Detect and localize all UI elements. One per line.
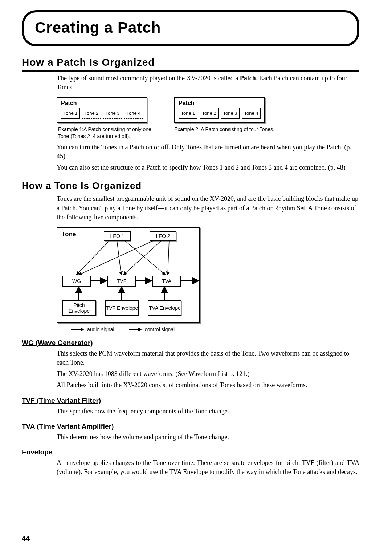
patch-box-2: Patch Tone 1 Tone 2 Tone 3 Tone 4 — [174, 97, 265, 123]
svg-line-3 — [78, 240, 155, 275]
tone-row-2: Tone 1 Tone 2 Tone 3 Tone 4 — [179, 108, 261, 119]
tvf-body: This specifies how the frequency compone… — [57, 407, 359, 416]
para-structure: You can also set the structure of a Patc… — [57, 163, 359, 172]
wg-p2: The XV-2020 has 1083 different waveforms… — [57, 369, 359, 378]
patch-example-1: Patch Tone 1 Tone 2 Tone 3 Tone 4 Exampl… — [57, 97, 152, 139]
tone-diagram: Tone LFO 1 LFO 2 WG TVF TVA Pitch Envelo… — [57, 227, 359, 332]
tone-3-on-b: Tone 3 — [221, 108, 240, 119]
patch-box-2-title: Patch — [179, 100, 261, 106]
patch-box-1: Patch Tone 1 Tone 2 Tone 3 Tone 4 — [57, 97, 147, 123]
section2-body: Tones are the smallest programmable unit… — [57, 194, 359, 332]
control-signal-icon — [129, 327, 142, 332]
section-heading-patch: How a Patch Is Organized — [22, 57, 359, 72]
tone-4-off: Tone 4 — [124, 108, 143, 119]
svg-line-2 — [124, 240, 166, 275]
tone-row-1: Tone 1 Tone 2 Tone 3 Tone 4 — [61, 108, 143, 119]
wg-p1: This selects the PCM waveform material t… — [57, 349, 359, 367]
legend-control-text: control signal — [145, 327, 175, 332]
intro-bold: Patch — [240, 74, 256, 82]
tva-body: This determines how the volume and panni… — [57, 433, 359, 442]
audio-signal-icon — [71, 327, 84, 332]
wg-p3: All Patches built into the XV-2020 consi… — [57, 381, 359, 390]
page-number: 44 — [22, 534, 30, 543]
page: Creating a Patch How a Patch Is Organize… — [0, 0, 392, 555]
chapter-title: Creating a Patch — [35, 19, 346, 36]
intro-paragraph: The type of sound most commonly played o… — [57, 74, 359, 92]
wg-body: This selects the PCM waveform material t… — [57, 349, 359, 390]
intro-a: The type of sound most commonly played o… — [57, 74, 240, 82]
section1-body: The type of sound most commonly played o… — [57, 74, 359, 172]
tone-2-off: Tone 2 — [82, 108, 101, 119]
tone-2-on-b: Tone 2 — [200, 108, 219, 119]
tone-1-on: Tone 1 — [61, 108, 80, 119]
patch-box-1-title: Patch — [61, 100, 143, 106]
section-heading-tone: How a Tone Is Organized — [22, 180, 359, 191]
patch-diagram-row: Patch Tone 1 Tone 2 Tone 3 Tone 4 Exampl… — [57, 97, 359, 139]
wg-heading: WG (Wave Generator) — [22, 339, 359, 347]
patch-example-2: Patch Tone 1 Tone 2 Tone 3 Tone 4 Exampl… — [174, 97, 274, 139]
tone-intro: Tones are the smallest programmable unit… — [57, 194, 359, 222]
tvf-p1: This specifies how the frequency compone… — [57, 407, 359, 416]
tone-diagram-arrows — [57, 228, 199, 322]
example-2-caption: Example 2: A Patch consisting of four To… — [174, 126, 274, 133]
para-toggle-tones: You can turn the Tones in a Patch on or … — [57, 143, 359, 161]
svg-line-0 — [76, 240, 110, 275]
example-1-caption: Example 1:A Patch consisting of only one… — [57, 126, 152, 140]
env-body: An envelope applies changes to the Tone … — [57, 458, 359, 477]
tva-p1: This determines how the volume and panni… — [57, 433, 359, 442]
svg-line-5 — [168, 240, 169, 275]
svg-line-1 — [117, 240, 121, 275]
env-p1: An envelope applies changes to the Tone … — [57, 458, 359, 477]
tva-heading: TVA (Time Variant Amplifier) — [22, 422, 359, 430]
tone-1-on-b: Tone 1 — [179, 108, 197, 119]
tvf-heading: TVF (Time Variant Filter) — [22, 397, 359, 405]
tone-diagram-frame: Tone LFO 1 LFO 2 WG TVF TVA Pitch Envelo… — [57, 227, 200, 323]
tone-diagram-legend: audio signal control signal — [57, 327, 359, 332]
tone-3-off: Tone 3 — [103, 108, 122, 119]
chapter-title-frame: Creating a Patch — [22, 10, 359, 46]
legend-audio-text: audio signal — [87, 327, 114, 332]
env-heading: Envelope — [22, 448, 359, 456]
tone-4-on-b: Tone 4 — [242, 108, 261, 119]
